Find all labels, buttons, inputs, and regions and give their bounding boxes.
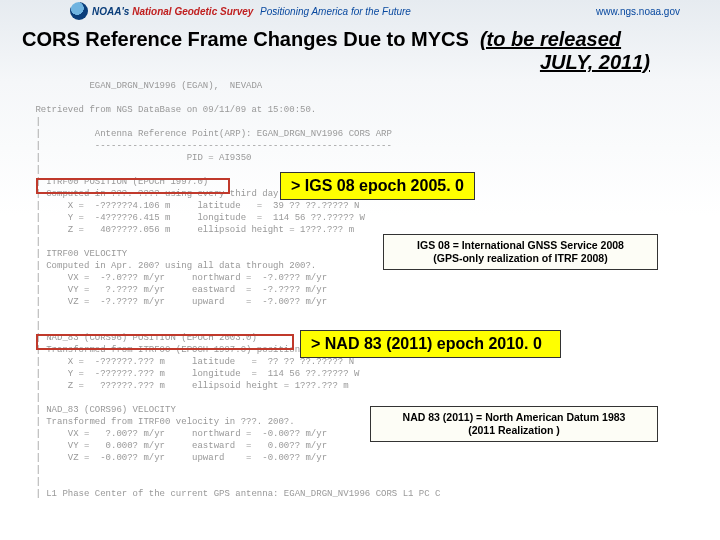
highlight-itrf00-position	[36, 178, 230, 194]
ngs-word: National Geodetic Survey	[132, 6, 253, 17]
site-url: www.ngs.noaa.gov	[596, 6, 680, 17]
release-line2: JULY, 2011)	[0, 51, 720, 74]
callout-igs08-text: > IGS 08 epoch 2005. 0	[291, 177, 464, 194]
note-nad83: NAD 83 (2011) = North American Datum 198…	[370, 406, 658, 442]
note-igs08-l1: IGS 08 = International GNSS Service 2008	[417, 239, 624, 251]
callout-nad83-text: > NAD 83 (2011) epoch 2010. 0	[311, 335, 542, 352]
brand: NOAA's National Geodetic Survey Position…	[70, 2, 411, 20]
brand-text: NOAA's National Geodetic Survey Position…	[92, 6, 411, 17]
note-igs08-l2: (GPS-only realization of ITRF 2008)	[433, 252, 607, 264]
title-main: CORS Reference Frame Changes Due to MYCS	[22, 28, 469, 50]
tagline: Positioning America for the Future	[260, 6, 411, 17]
top-banner: NOAA's National Geodetic Survey Position…	[0, 0, 720, 22]
callout-igs08: > IGS 08 epoch 2005. 0	[280, 172, 475, 200]
highlight-nad83-position	[36, 334, 294, 350]
release-note: (to be released	[480, 28, 621, 50]
note-igs08: IGS 08 = International GNSS Service 2008…	[383, 234, 658, 270]
callout-nad83: > NAD 83 (2011) epoch 2010. 0	[300, 330, 561, 358]
noaa-logo-icon	[70, 2, 88, 20]
noaa-word: NOAA's	[92, 6, 129, 17]
note-nad83-l2: (2011 Realization )	[468, 424, 560, 436]
slide-title: CORS Reference Frame Changes Due to MYCS…	[0, 22, 720, 53]
note-nad83-l1: NAD 83 (2011) = North American Datum 198…	[403, 411, 626, 423]
